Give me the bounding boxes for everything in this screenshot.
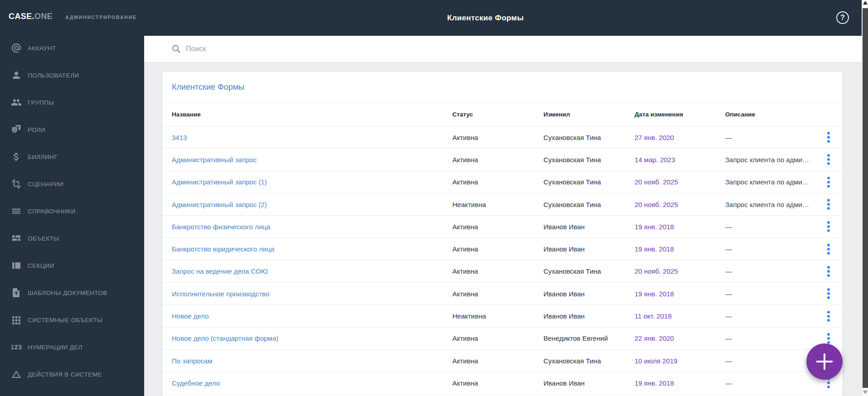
row-actions-menu-icon[interactable] xyxy=(825,219,832,234)
description-cell: — xyxy=(725,223,820,231)
add-form-button[interactable] xyxy=(806,343,843,380)
column-header-description: Описание xyxy=(725,111,820,118)
status-cell: Активна xyxy=(452,134,543,141)
description-cell: — xyxy=(725,312,820,320)
form-name-link[interactable]: По запросам xyxy=(172,357,212,365)
scroll-down-arrow-icon[interactable] xyxy=(863,391,868,394)
description-cell: Запрос клиента по адми… xyxy=(725,156,820,164)
help-icon[interactable]: ? xyxy=(836,11,849,24)
sidebar-item-billing[interactable]: БИЛЛИНГ xyxy=(0,143,144,170)
status-cell: Активна xyxy=(452,334,543,342)
menu-lines-icon xyxy=(10,205,22,217)
status-cell: Неактивна xyxy=(452,312,543,320)
form-name-link[interactable]: Административный запрос (1) xyxy=(172,178,267,186)
modified-by-cell: Сухановская Тина xyxy=(543,201,635,208)
search-input[interactable] xyxy=(144,36,862,62)
modified-by-cell: Иванов Иван xyxy=(543,223,635,231)
sidebar-item-scenarios[interactable]: СЦЕНАРИИ xyxy=(0,170,144,198)
form-name-link[interactable]: Банкротство физического лица xyxy=(172,223,270,231)
row-actions-menu-icon[interactable] xyxy=(825,175,832,189)
form-name-link[interactable]: Исполнительное производство xyxy=(172,290,269,298)
page-title: Клиентские Формы xyxy=(447,0,524,36)
modified-date-cell: 19 янв. 2018 xyxy=(635,379,725,387)
form-name-link[interactable]: Административный запрос xyxy=(172,156,257,164)
sidebar-item-groups[interactable]: ГРУППЫ xyxy=(0,89,144,116)
sidebar-item-label: ДЕЙСТВИЯ В СИСТЕМЕ xyxy=(28,371,102,378)
table-row: Судебное дело Активна Иванов Иван 19 янв… xyxy=(162,372,843,394)
description-cell: — xyxy=(725,245,820,253)
form-name-link[interactable]: Новое дело (стандартная форма) xyxy=(172,334,278,342)
at-sign-icon xyxy=(10,42,22,54)
sidebar-item-label: ОБЪЕКТЫ xyxy=(28,235,59,242)
masks-icon xyxy=(10,124,22,135)
column-header-modified-by: Изменил xyxy=(543,111,635,118)
sidebar-item-label: ШАБЛОНЫ ДОКУМЕНТОВ xyxy=(28,290,107,296)
modified-by-cell: Сухановская Тина xyxy=(543,267,635,275)
description-cell: — xyxy=(725,357,820,365)
modified-by-cell: Иванов Иван xyxy=(543,379,635,387)
sidebar-item-system-objects[interactable]: СИСТЕМНЫЕ ОБЪЕКТЫ xyxy=(0,306,144,333)
row-actions-menu-icon[interactable] xyxy=(825,152,832,167)
triangle-icon xyxy=(10,368,22,380)
sidebar-item-sections[interactable]: СЕКЦИИ xyxy=(0,252,144,279)
row-actions-menu-icon[interactable] xyxy=(825,286,832,301)
scroll-up-arrow-icon[interactable] xyxy=(863,1,868,5)
brand-name: CASE.ONE xyxy=(9,12,53,21)
column-header-name: Название xyxy=(172,111,452,118)
modified-by-cell: Иванов Иван xyxy=(543,245,635,253)
sidebar-item-system-actions[interactable]: ДЕЙСТВИЯ В СИСТЕМЕ xyxy=(0,361,144,388)
sidebar-item-directories[interactable]: СПРАВОЧНИКИ xyxy=(0,198,144,225)
sidebar-item-roles[interactable]: РОЛИ xyxy=(0,116,144,143)
row-actions-menu-icon[interactable] xyxy=(825,197,832,212)
description-cell: — xyxy=(725,134,820,141)
description-cell: — xyxy=(725,334,820,342)
status-cell: Активна xyxy=(452,245,543,253)
sidebar-item-label: СЦЕНАРИИ xyxy=(28,181,63,188)
status-cell: Активна xyxy=(452,267,543,275)
modified-date-cell: 19 янв. 2018 xyxy=(635,223,725,231)
modified-date-cell: 22 янв. 2020 xyxy=(635,334,725,342)
description-cell: — xyxy=(725,267,820,275)
table-row: Административный запрос (1) Активна Суха… xyxy=(162,171,843,193)
sidebar-item-document-templates[interactable]: ШАБЛОНЫ ДОКУМЕНТОВ xyxy=(0,279,144,306)
search-bar xyxy=(144,36,862,62)
row-actions-menu-icon[interactable] xyxy=(825,309,832,324)
sidebar-item-label: СЕКЦИИ xyxy=(28,262,54,269)
form-name-link[interactable]: Банкротство юридического лица xyxy=(172,245,274,253)
description-cell: Запрос клиента по адми… xyxy=(725,178,820,186)
form-name-link[interactable]: Судебное дело xyxy=(172,379,220,387)
status-cell: Активна xyxy=(452,290,543,298)
form-name-link[interactable]: 3413 xyxy=(172,134,187,141)
row-actions-menu-icon[interactable] xyxy=(825,130,832,145)
modified-date-cell: 20 нояб. 2025 xyxy=(635,201,725,208)
modified-by-cell: Иванов Иван xyxy=(543,312,635,320)
vertical-scrollbar[interactable] xyxy=(862,0,868,396)
table-row: Новое дело (стандартная форма) Активна В… xyxy=(162,328,843,350)
form-name-link[interactable]: Новое дело xyxy=(172,312,209,320)
sidebar-item-account[interactable]: АККАУНТ xyxy=(0,34,144,62)
form-name-link[interactable]: Запрос на ведение дела СОЮ xyxy=(172,267,268,275)
status-cell: Активна xyxy=(452,178,543,186)
modified-date-cell: 20 нояб. 2025 xyxy=(635,178,725,186)
form-name-link[interactable]: Административный запрос (2) xyxy=(172,201,267,208)
table-row: Исполнительное производство Активна Иван… xyxy=(162,283,843,305)
status-cell: Активна xyxy=(452,223,543,231)
modified-by-cell: Иванов Иван xyxy=(543,290,635,298)
row-actions-menu-icon[interactable] xyxy=(825,242,832,256)
description-cell: — xyxy=(725,290,820,298)
sidebar-item-label: РОЛИ xyxy=(28,126,45,133)
description-cell: — xyxy=(725,379,820,387)
status-cell: Активна xyxy=(452,156,543,164)
sidebar-item-objects[interactable]: ОБЪЕКТЫ xyxy=(0,225,144,252)
sidebar-item-users[interactable]: ПОЛЬЗОВАТЕЛИ xyxy=(0,62,144,89)
dashboard-icon xyxy=(10,232,22,244)
client-forms-card: Клиентские Формы Название Статус Изменил… xyxy=(162,72,843,396)
row-actions-menu-icon[interactable] xyxy=(825,264,832,279)
sidebar-item-label: БИЛЛИНГ xyxy=(28,154,58,160)
modified-date-cell: 11 окт. 2018 xyxy=(635,312,725,320)
scrollbar-thumb[interactable] xyxy=(863,8,868,388)
client-forms-admin-screen: Клиентские Формы ? CASE.ONEАДМИНИСТРИРОВ… xyxy=(0,0,868,396)
column-header-modified-date: Дата изменения xyxy=(635,111,725,118)
sidebar-item-case-numbering[interactable]: 123 НУМЕРАЦИИ ДЕЛ xyxy=(0,333,144,361)
table-row: 3413 Активна Сухановская Тина 27 янв. 20… xyxy=(162,126,843,149)
